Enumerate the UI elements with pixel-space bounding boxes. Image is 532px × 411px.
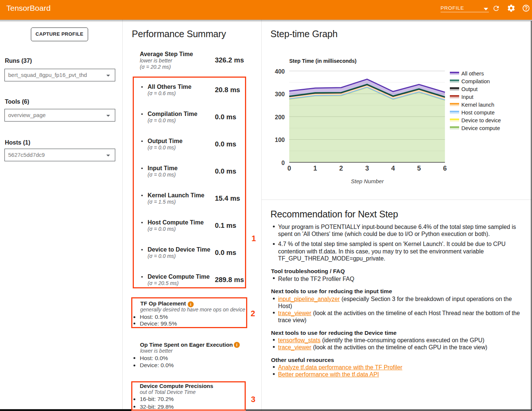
svg-text:All others: All others — [461, 71, 484, 77]
svg-text:0: 0 — [281, 160, 285, 166]
svg-text:2: 2 — [339, 165, 343, 172]
svg-text:Device compute: Device compute — [461, 125, 500, 131]
svg-text:Compilation: Compilation — [461, 78, 490, 84]
svg-text:6: 6 — [443, 165, 447, 172]
svg-text:5: 5 — [417, 165, 421, 172]
svg-text:Output: Output — [461, 86, 478, 92]
svg-text:3: 3 — [365, 165, 369, 172]
svg-text:Step Number: Step Number — [351, 178, 384, 184]
svg-text:Input: Input — [461, 94, 473, 100]
svg-text:Host compute: Host compute — [461, 110, 494, 116]
svg-text:Device to device: Device to device — [461, 117, 501, 123]
svg-text:300: 300 — [275, 91, 285, 97]
svg-text:400: 400 — [275, 68, 285, 75]
svg-text:200: 200 — [275, 114, 285, 120]
svg-text:1: 1 — [313, 165, 317, 172]
svg-text:4: 4 — [391, 165, 395, 172]
svg-text:100: 100 — [275, 137, 285, 143]
svg-text:Step Time (in milliseconds): Step Time (in milliseconds) — [289, 58, 357, 64]
svg-text:0: 0 — [287, 165, 291, 172]
svg-text:Kernel launch: Kernel launch — [461, 102, 494, 108]
